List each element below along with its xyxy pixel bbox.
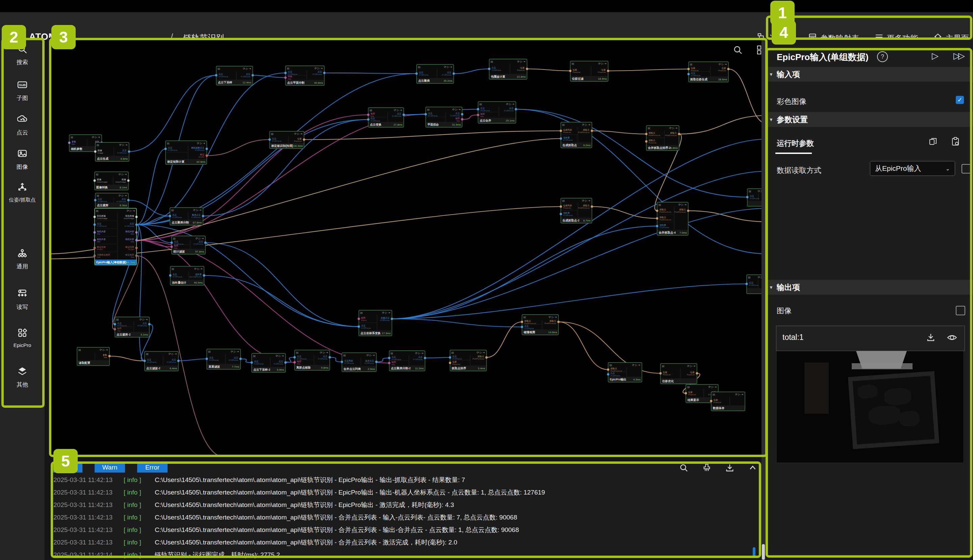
graph-node[interactable]: ⟳ ▷ ⇥▤位姿列表PoseList法向量XYZPoints抓取点PickPoi… <box>560 122 593 148</box>
input-port[interactable] <box>521 321 523 323</box>
input-port[interactable] <box>206 358 208 360</box>
output-port[interactable] <box>128 150 130 153</box>
input-port[interactable] <box>114 323 116 325</box>
graph-node[interactable]: ⟳ ▷ ⇥▤点云XYZPoints矩阵Mat点云XYZPoints点云合并25.… <box>477 102 517 123</box>
log-tab-info[interactable]: Info <box>52 462 82 473</box>
sidebar-item-1[interactable]: 搜索 <box>0 44 45 66</box>
graph-node[interactable]: ⟳ ▷ ⇥▤点云XYZPoints矩阵Mat点云XYZPoints点云聚类分割-… <box>388 351 426 371</box>
graph-node[interactable]: ⟳ ▷ ⇥▤点云XYZPoints点云XYZPoints点云聚类35.2ms <box>416 65 455 83</box>
graph-node[interactable]: ⟳ ▷ ⇥▤点云XYZPoints相机坐标点云XYZPoints标定RGBD标定… <box>164 141 208 164</box>
graph-node[interactable]: ⟳ ▷ ⇥▤抓取点PickPointList抓取点PoseList抓取点Pick… <box>645 125 680 150</box>
section-outputs[interactable]: ▼ 输出项 <box>766 280 973 295</box>
graph-node[interactable]: ⟳ ▷ ⇥▤点云XYZPoints位姿PoseList抓取点PickPointL… <box>449 350 488 371</box>
graph-node[interactable]: ⟳ ▷ ⇥▤矩阵Mat点云XYZPoints点云XYZPoints点云变换27.… <box>367 108 405 127</box>
input-port[interactable] <box>388 362 391 364</box>
input-port[interactable] <box>164 148 167 150</box>
output-port[interactable] <box>206 148 208 150</box>
image-output-checkbox[interactable] <box>956 306 965 315</box>
output-port[interactable] <box>148 323 150 325</box>
input-port[interactable] <box>94 231 96 233</box>
output-port[interactable] <box>526 68 528 70</box>
input-port[interactable] <box>294 361 296 363</box>
copy-icon[interactable] <box>929 137 938 146</box>
input-port[interactable] <box>656 217 659 220</box>
input-port[interactable] <box>294 356 296 358</box>
paste-icon[interactable] <box>951 137 960 146</box>
output-port[interactable] <box>252 74 254 77</box>
graph-node[interactable]: ⟳ ▷ ⇥▤点云列表XYZPoints合并点云XYZPoints合并点云列表2.… <box>341 353 378 372</box>
input-port[interactable] <box>284 77 287 79</box>
log-scrollbar-thumb[interactable] <box>753 547 756 558</box>
output-port[interactable] <box>515 108 517 110</box>
input-port[interactable] <box>656 210 659 212</box>
input-port[interactable] <box>645 140 648 143</box>
sidebar-item-6[interactable]: 通用 <box>0 248 45 270</box>
output-port[interactable] <box>135 239 138 242</box>
run-node-icon[interactable]: ▷ <box>932 51 938 61</box>
search-icon[interactable] <box>733 45 742 55</box>
input-port[interactable] <box>94 223 96 226</box>
graph-node[interactable]: ⟳ ▷ ⇥▤点云XYZPoints矩阵Mat点云XYZPoints点云裁剪-25… <box>114 317 150 337</box>
input-port[interactable] <box>560 205 562 208</box>
input-port[interactable] <box>560 130 562 132</box>
input-port[interactable] <box>659 372 662 375</box>
input-port[interactable] <box>94 199 97 202</box>
graph-node[interactable]: ⟳ ▷ ⇥▤点云XYZPoints点云XYZPoints矩阵Mat平面拟合31.… <box>425 107 463 127</box>
graph-node[interactable]: ⟳ ▷ ⇥▤点云XYZPoints点云XYZPoints点云裁剪6.3ms <box>94 193 130 208</box>
input-port[interactable] <box>521 326 523 328</box>
output-port[interactable] <box>135 223 138 226</box>
color-image-checkbox[interactable]: ✓ <box>956 96 964 104</box>
input-port[interactable] <box>449 362 451 364</box>
output-port[interactable] <box>135 247 138 249</box>
input-port[interactable] <box>169 215 171 217</box>
output-port[interactable] <box>375 361 378 363</box>
graph-node[interactable]: ⟳ ▷ ⇥▤点云XYZPoints点云XYZPoints直通滤波7.7ms <box>206 349 242 369</box>
input-port[interactable] <box>477 114 480 116</box>
graph-node[interactable]: ⟳ ▷ ⇥▤位姿PoseList位姿PoseList位姿优化 <box>659 363 698 384</box>
input-port[interactable] <box>425 113 427 115</box>
output-image-preview[interactable] <box>777 351 963 462</box>
output-port[interactable] <box>135 231 138 233</box>
input-port[interactable] <box>687 73 690 75</box>
graph-node[interactable]: ⟳ ▷ ⇥▤点云XYZPoints法向量NormalPoints法向量估计46.… <box>169 266 206 285</box>
input-port[interactable] <box>687 68 690 70</box>
input-port[interactable] <box>367 114 369 116</box>
input-port[interactable] <box>284 72 287 74</box>
graph-node[interactable]: ⟳ ▷ ⇥▤位姿列表PoseList法向量XYZPoints抓取点PickPoi… <box>560 198 593 223</box>
graph-node[interactable]: ⟳ ▷ ⇥▤图像Image点云XYZPoints点云生成4.5ms <box>94 142 130 162</box>
input-port[interactable] <box>416 73 418 75</box>
sidebar-item-5[interactable]: 位姿/抓取点 <box>0 182 45 203</box>
input-port[interactable] <box>94 239 96 242</box>
output-port[interactable] <box>127 199 130 202</box>
sidebar-item-8[interactable]: EpicPro <box>0 328 45 348</box>
output-port[interactable] <box>453 73 455 75</box>
input-port[interactable] <box>607 373 610 376</box>
input-port[interactable] <box>607 368 610 371</box>
input-port[interactable] <box>746 283 748 285</box>
graph-node[interactable]: ⟳ ▷ ⇥▤点云XYZPoints点云XYZPoints点云下采样12.4ms <box>215 66 254 85</box>
graph-node[interactable]: ⟳ ▷ ⇥▤抓取点PickPointList点云XYZPointsEpicPro… <box>607 363 642 382</box>
graph-node[interactable]: ⟳ ▷ ⇥▤点云XYZPoints点云XYZPoints点云滤波-26.4ms <box>144 352 180 371</box>
input-port[interactable] <box>94 180 96 182</box>
sidebar-item-7[interactable]: 读写 <box>0 288 45 311</box>
sidebar-item-4[interactable]: 图像 <box>0 148 45 171</box>
run-to-node-icon[interactable]: ▷▷ <box>953 51 963 61</box>
data-read-mode-select[interactable]: 从EpicPro输入 ⌄ <box>870 161 955 176</box>
output-port[interactable] <box>557 321 560 323</box>
output-port[interactable] <box>403 114 405 116</box>
output-port[interactable] <box>687 210 690 212</box>
input-port[interactable] <box>169 275 172 277</box>
input-port[interactable] <box>367 118 369 121</box>
eye-icon[interactable] <box>947 333 957 342</box>
output-port[interactable] <box>135 216 138 218</box>
output-port[interactable] <box>284 362 287 364</box>
output-port[interactable] <box>135 255 138 257</box>
input-port[interactable] <box>685 392 687 395</box>
input-port[interactable] <box>114 328 116 330</box>
output-port[interactable] <box>177 360 180 362</box>
output-port[interactable] <box>591 130 593 132</box>
input-port[interactable] <box>746 196 749 198</box>
input-port[interactable] <box>94 247 96 249</box>
output-port[interactable] <box>204 242 207 244</box>
input-port[interactable] <box>477 108 480 110</box>
